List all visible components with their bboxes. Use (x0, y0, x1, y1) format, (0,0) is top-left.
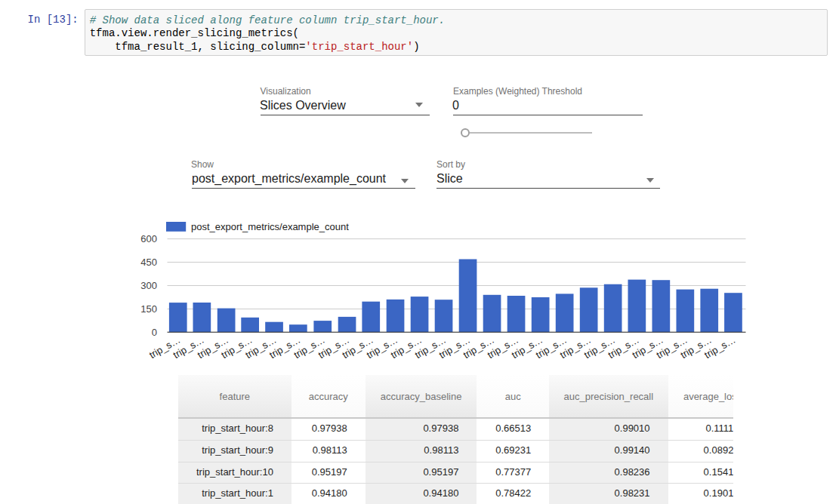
svg-text:450: 450 (140, 257, 157, 268)
svg-text:300: 300 (140, 280, 157, 291)
svg-text:150: 150 (140, 303, 157, 315)
svg-text:0: 0 (152, 327, 157, 338)
svg-text:post_export_metrics/example_co: post_export_metrics/example_count (191, 221, 349, 232)
svg-text:600: 600 (140, 233, 157, 244)
